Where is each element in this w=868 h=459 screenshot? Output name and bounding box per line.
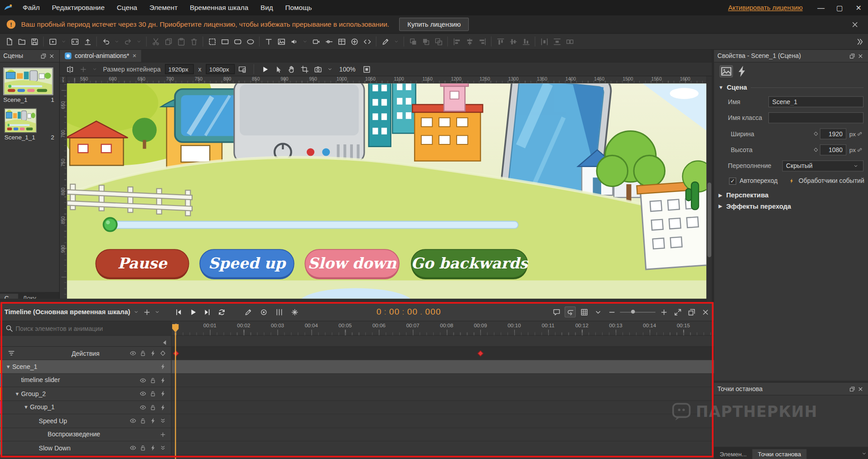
maximize-button[interactable]: ▢ [830,0,849,15]
slider-thumb[interactable] [103,218,116,231]
insert-audio-icon[interactable] [289,36,299,47]
columns-icon[interactable] [274,306,285,317]
link-dimensions-icon[interactable] [856,144,863,155]
draw-pen-icon[interactable] [380,36,391,47]
preview-play-icon[interactable] [260,64,270,75]
track-lane[interactable] [172,441,714,454]
lock-icon[interactable] [138,416,148,426]
dismiss-warning-icon[interactable] [849,19,860,30]
insert-text-icon[interactable] [263,36,274,47]
menu-item[interactable]: Сцена [111,0,143,15]
expand-icon[interactable] [672,306,683,317]
transition-effects-section-header[interactable]: ▶Эффекты перехода [714,202,868,213]
panel-tab[interactable]: Точки останова [752,449,807,459]
paste-icon[interactable] [175,36,186,47]
loop-icon[interactable] [216,306,227,317]
canvas-button-speed-up[interactable]: Speed up [200,249,294,279]
menu-item[interactable]: Элемент [143,0,183,15]
eye-icon[interactable] [138,375,148,385]
filter-tracks-icon[interactable] [5,348,16,359]
close-panel-icon[interactable] [856,385,864,393]
record-icon[interactable] [258,306,269,317]
track-lane[interactable] [172,360,714,373]
open-project-icon[interactable] [16,36,27,47]
caret-icon[interactable] [301,36,309,47]
insert-rounded-rectangle-icon[interactable] [232,36,243,47]
caret-icon[interactable] [592,306,603,317]
timeline-track-row[interactable]: ▼Group_1 [0,401,714,414]
menu-item[interactable]: Временная шкала [183,0,254,15]
activate-license-link[interactable]: Активировать лицензию [728,4,803,12]
snapshot-caret-icon[interactable] [326,64,334,75]
eye-icon[interactable] [138,389,148,398]
snap-icon[interactable] [564,306,575,317]
expander-icon[interactable]: ▼ [5,364,12,369]
breakpoint-caret-icon[interactable] [91,64,98,75]
width-input[interactable] [820,128,847,139]
export-html-icon[interactable] [69,36,80,47]
actions-lane[interactable] [172,347,714,359]
scrollbar-thumb[interactable] [708,182,712,257]
crop-tool-icon[interactable] [299,64,310,75]
send-to-back-icon[interactable] [420,36,431,47]
insert-rectangle-icon[interactable] [219,36,230,47]
caret-icon[interactable] [860,448,868,459]
panel-tab[interactable]: Элемен... [714,449,752,459]
expander-icon[interactable]: ▼ [22,405,30,410]
lock-icon[interactable] [148,375,158,385]
close-window-button[interactable]: ✕ [849,0,868,15]
insert-image-icon[interactable] [276,36,287,47]
scene-thumbnail[interactable] [3,67,53,95]
insert-video-icon[interactable] [310,36,321,47]
undo-icon[interactable] [100,36,111,47]
grid-icon[interactable] [579,306,589,317]
menu-item[interactable]: Вид [255,0,280,15]
perspective-section-header[interactable]: ▶Перспектива [714,188,868,202]
snapshot-icon[interactable] [313,64,323,75]
add-timeline-icon[interactable] [141,306,152,317]
comment-icon[interactable] [551,306,562,317]
bolt-active-icon[interactable] [158,362,168,371]
lock-icon[interactable] [148,389,158,398]
sparkle-icon[interactable] [289,306,300,317]
scene-thumbnail[interactable] [5,108,37,133]
canvas-button-slow-down[interactable]: Slow down [305,249,399,279]
select-tool-icon[interactable] [273,64,284,75]
keyframe-diamond-icon[interactable] [812,144,820,155]
zoom-level[interactable]: 100% [339,66,356,72]
keyframe-diamond[interactable] [477,350,484,356]
float-icon[interactable] [686,306,697,317]
canvas-button-pause[interactable]: Pause [96,249,188,279]
draw-pen-icon[interactable] [242,306,253,317]
minus-icon[interactable] [606,306,617,317]
align-bottom-icon[interactable] [521,36,531,47]
cut-icon[interactable] [150,36,161,47]
timeline-select-caret-icon[interactable] [132,306,140,317]
make-same-size-icon[interactable] [564,36,575,47]
align-middle-icon[interactable] [507,36,518,47]
caret-icon[interactable] [135,36,143,47]
timeline-track-row[interactable]: Speed Up [0,414,714,428]
redo-icon[interactable] [122,36,133,47]
skip-start-icon[interactable] [173,306,183,317]
menu-item[interactable]: Редактирование [46,0,111,15]
insert-slider-icon[interactable] [323,36,334,47]
chevrons-icon[interactable] [158,443,168,453]
link-dimensions-icon[interactable] [856,128,863,139]
group-elements-icon[interactable] [433,36,444,47]
scene-name-input[interactable] [768,96,863,107]
track-lane[interactable] [172,428,714,441]
distribute-vertical-icon[interactable] [551,36,562,47]
bring-to-front-icon[interactable] [407,36,418,47]
track-lane[interactable] [172,387,714,400]
canvas-vertical-scrollbar[interactable] [707,76,712,303]
timeline-track-row[interactable]: Slow Down [0,441,714,455]
timeline-track-row[interactable]: timeline slider [0,373,714,387]
timeline-track-row[interactable]: Воспроизведение [0,428,714,441]
save-project-icon[interactable] [29,36,40,47]
preview-scene-icon[interactable] [47,36,58,47]
collapse-names-icon[interactable] [159,337,170,348]
menu-item[interactable]: Файл [17,0,46,15]
align-center-icon[interactable] [464,36,475,47]
eye-icon[interactable] [128,349,138,358]
